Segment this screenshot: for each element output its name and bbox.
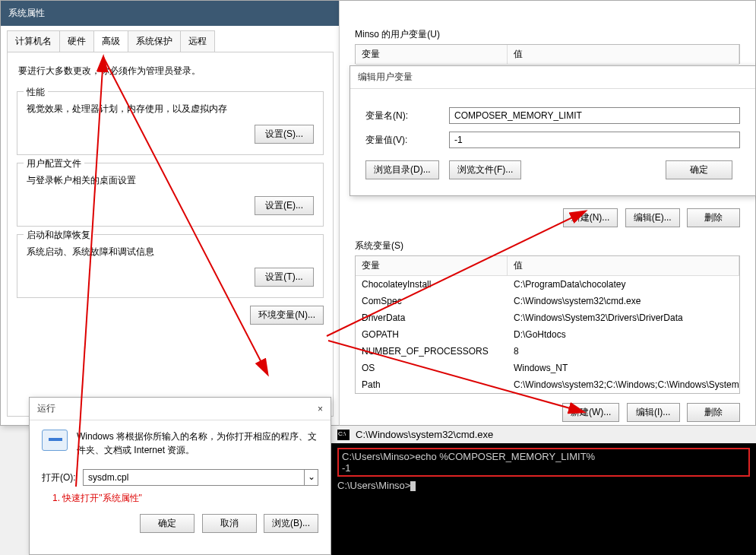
cmd-line-result: -1 — [342, 462, 745, 474]
user-profiles-desc: 与登录帐户相关的桌面设置 — [27, 170, 314, 196]
startup-recovery-desc: 系统启动、系统故障和调试信息 — [27, 241, 314, 268]
cmd-window: C:\Windows\system32\cmd.exe C:\Users\Min… — [331, 426, 756, 555]
cmd-icon — [337, 430, 350, 440]
user-vars-section-label: Minso 的用户变量(U) — [340, 24, 755, 44]
sysprops-tabs: 计算机名 硬件 高级 系统保护 远程 — [1, 26, 340, 52]
tab-advanced[interactable]: 高级 — [93, 30, 128, 52]
performance-legend: 性能 — [24, 86, 48, 99]
run-ok-button[interactable]: 确定 — [140, 514, 195, 533]
run-dialog: 运行 × Windows 将根据你所输入的名称，为你打开相应的程序、文件夹、文档… — [29, 397, 331, 555]
admin-note: 要进行大多数更改，你必须作为管理员登录。 — [17, 62, 324, 84]
user-profiles-legend: 用户配置文件 — [24, 157, 84, 170]
environment-variables-button[interactable]: 环境变量(N)... — [250, 306, 324, 325]
tab-system-protection[interactable]: 系统保护 — [128, 30, 181, 52]
sys-vars-section-label: 系统变量(S) — [340, 235, 755, 255]
editvar-ok-button[interactable]: 确定 — [666, 160, 732, 179]
table-row[interactable]: DriverDataC:\Windows\System32\Drivers\Dr… — [356, 309, 739, 326]
sys-edit-button[interactable]: 编辑(I)... — [627, 403, 680, 422]
table-row[interactable]: NUMBER_OF_PROCESSORS8 — [356, 343, 739, 360]
cmd-title: C:\Windows\system32\cmd.exe — [356, 429, 493, 440]
table-row[interactable]: GOPATHD:\GoHtdocs — [356, 326, 739, 343]
user-vars-table[interactable]: 变量 值 — [355, 44, 740, 64]
startup-recovery-settings-button[interactable]: 设置(T)... — [255, 268, 314, 287]
tab-panel-advanced: 要进行大多数更改，你必须作为管理员登录。 性能 视觉效果，处理器计划，内存使用，… — [7, 52, 334, 417]
tab-computer-name[interactable]: 计算机名 — [7, 30, 60, 52]
user-edit-button[interactable]: 编辑(E)... — [625, 208, 680, 227]
cmd-line-echo: C:\Users\Minso>echo %COMPOSER_MEMORY_LIM… — [342, 451, 745, 462]
browse-file-button[interactable]: 浏览文件(F)... — [449, 160, 521, 179]
environment-variables-window: Minso 的用户变量(U) 变量 值 新建(N)... 编辑(E)... 删除… — [339, 0, 756, 426]
table-row[interactable]: ChocolateyInstallC:\ProgramData\chocolat… — [356, 276, 739, 293]
cmd-cursor — [410, 481, 416, 491]
open-combobox[interactable]: ⌄ — [83, 469, 318, 486]
chevron-down-icon[interactable]: ⌄ — [304, 470, 318, 485]
open-input[interactable] — [84, 470, 304, 485]
open-label: 打开(O): — [42, 471, 83, 484]
run-title: 运行 — [37, 402, 55, 415]
table-row[interactable]: PathC:\Windows\system32;C:\Windows;C:\Wi… — [356, 376, 739, 393]
cmd-highlight-box: C:\Users\Minso>echo %COMPOSER_MEMORY_LIM… — [337, 448, 750, 477]
tab-remote[interactable]: 远程 — [180, 30, 215, 52]
sys-table-header-var: 变量 — [356, 256, 508, 275]
sys-new-button[interactable]: 新建(W)... — [562, 403, 619, 422]
sys-table-header-val: 值 — [508, 256, 739, 275]
var-name-label: 变量名(N): — [365, 109, 449, 122]
system-properties-window: 系统属性 计算机名 硬件 高级 系统保护 远程 要进行大多数更改，你必须作为管理… — [0, 0, 340, 426]
performance-settings-button[interactable]: 设置(S)... — [255, 125, 314, 144]
var-value-label: 变量值(V): — [365, 134, 449, 147]
sys-delete-button[interactable]: 删除 — [687, 403, 740, 422]
startup-recovery-legend: 启动和故障恢复 — [24, 229, 93, 242]
startup-recovery-group: 启动和故障恢复 系统启动、系统故障和调试信息 设置(T)... — [17, 234, 324, 298]
performance-desc: 视觉效果，处理器计划，内存使用，以及虚拟内存 — [27, 98, 314, 125]
user-profiles-settings-button[interactable]: 设置(E)... — [255, 196, 314, 215]
user-table-header-var: 变量 — [356, 45, 508, 64]
close-icon[interactable]: × — [318, 404, 323, 414]
var-value-input[interactable] — [449, 132, 740, 148]
browse-directory-button[interactable]: 浏览目录(D)... — [365, 160, 439, 179]
performance-group: 性能 视觉效果，处理器计划，内存使用，以及虚拟内存 设置(S)... — [17, 91, 324, 155]
run-tip-annotation: 1. 快速打开"系统属性" — [42, 489, 318, 511]
run-browse-button[interactable]: 浏览(B)... — [264, 514, 318, 533]
user-profiles-group: 用户配置文件 与登录帐户相关的桌面设置 设置(E)... — [17, 163, 324, 227]
cmd-terminal[interactable]: C:\Users\Minso>echo %COMPOSER_MEMORY_LIM… — [331, 443, 756, 496]
tab-hardware[interactable]: 硬件 — [59, 30, 94, 52]
sys-vars-table[interactable]: 变量 值 ChocolateyInstallC:\ProgramData\cho… — [355, 255, 740, 394]
table-row[interactable]: OSWindows_NT — [356, 360, 739, 376]
table-row[interactable]: ComSpecC:\Windows\system32\cmd.exe — [356, 293, 739, 309]
sysprops-title: 系统属性 — [1, 1, 340, 26]
user-new-button[interactable]: 新建(N)... — [563, 208, 618, 227]
edit-user-variable-dialog: 编辑用户变量 变量名(N): 变量值(V): 浏览目录(D)... 浏览文件(F… — [350, 65, 756, 196]
run-icon — [42, 430, 68, 451]
user-table-header-val: 值 — [508, 45, 739, 64]
run-cancel-button[interactable]: 取消 — [202, 514, 257, 533]
var-name-input[interactable] — [449, 107, 740, 124]
cmd-prompt: C:\Users\Minso> — [337, 480, 410, 491]
user-vars-buttons: 新建(N)... 编辑(E)... 删除 — [340, 205, 755, 235]
run-description: Windows 将根据你所输入的名称，为你打开相应的程序、文件夹、文档或 Int… — [77, 430, 318, 457]
user-delete-button[interactable]: 删除 — [687, 208, 740, 227]
editvar-title: 编辑用户变量 — [350, 66, 755, 89]
